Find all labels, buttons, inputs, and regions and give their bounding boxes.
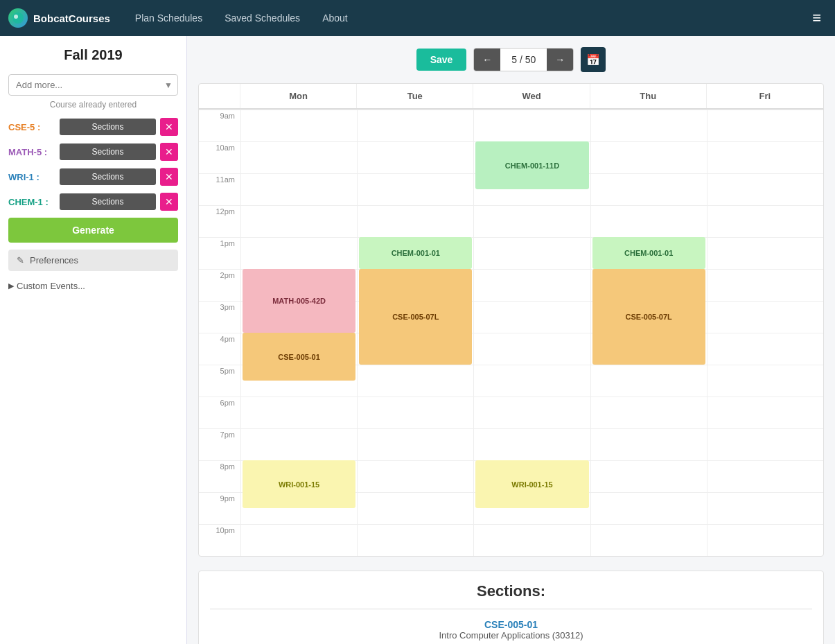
- day-bg-row: [358, 365, 473, 397]
- time-label: 11am: [199, 173, 240, 205]
- edit-icon: ✎: [17, 255, 24, 266]
- header-mon: Mon: [240, 84, 357, 108]
- remove-button-wri[interactable]: ✕: [160, 168, 178, 186]
- calendar-event[interactable]: WRI-001-15: [243, 460, 355, 508]
- svg-point-1: [14, 15, 18, 19]
- day-bg-row: [707, 460, 823, 492]
- brand-icon: [8, 8, 28, 28]
- day-bg-row: [591, 110, 707, 141]
- day-bg-row: [707, 301, 823, 333]
- brand-label: BobcatCourses: [33, 12, 110, 24]
- hamburger-menu[interactable]: ≡: [807, 6, 827, 30]
- section-name-cse: Intro Computer Applications (30312): [210, 630, 812, 641]
- calendar-header: Mon Tue Wed Thu Fri: [199, 84, 823, 110]
- nav-plan-schedules[interactable]: Plan Schedules: [124, 0, 213, 36]
- generate-button[interactable]: Generate: [8, 218, 178, 243]
- course-row-cse: CSE-5 : Sections ✕: [8, 118, 178, 136]
- day-bg-row: [474, 333, 590, 365]
- calendar-event[interactable]: CHEM-001-01: [592, 237, 705, 269]
- save-button[interactable]: Save: [416, 49, 467, 71]
- day-bg-row: [591, 397, 707, 428]
- course-row-wri: WRI-1 : Sections ✕: [8, 168, 178, 186]
- day-bg-row: [707, 173, 823, 205]
- day-col-wed: CHEM-001-11DWRI-001-15: [473, 110, 590, 556]
- day-bg-row: [358, 460, 473, 492]
- day-bg-row: [241, 141, 357, 173]
- day-col-thu: CHEM-001-01CSE-005-07L: [590, 110, 707, 556]
- nav-about[interactable]: About: [311, 0, 359, 36]
- time-label: 2pm: [199, 269, 240, 301]
- day-bg-row: [358, 205, 473, 237]
- svg-point-0: [12, 12, 24, 24]
- day-bg-row: [707, 333, 823, 365]
- brand[interactable]: BobcatCourses: [8, 8, 110, 28]
- calendar-icon: 📅: [586, 53, 600, 67]
- time-label: 12pm: [199, 205, 240, 237]
- day-bg-row: [358, 173, 473, 205]
- sections-area: Sections: CSE-005-01 Intro Computer Appl…: [198, 571, 824, 644]
- day-bg-row: [707, 365, 823, 397]
- sections-button-wri[interactable]: Sections: [60, 168, 156, 185]
- day-bg-row: [707, 110, 823, 141]
- time-label: 4pm: [199, 333, 240, 365]
- sections-button-cse[interactable]: Sections: [60, 119, 156, 135]
- nav-saved-schedules[interactable]: Saved Schedules: [213, 0, 311, 36]
- day-bg-row: [707, 397, 823, 428]
- day-bg-row: [358, 141, 473, 173]
- remove-button-math[interactable]: ✕: [160, 143, 178, 161]
- navbar: BobcatCourses Plan Schedules Saved Sched…: [0, 0, 835, 36]
- calendar-event[interactable]: CSE-005-07L: [592, 269, 705, 365]
- day-bg-row: [707, 428, 823, 460]
- time-label: 10pm: [199, 524, 240, 556]
- main-container: Fall 2019 ▼ Course already entered CSE-5…: [0, 36, 835, 644]
- sections-title: Sections:: [210, 582, 812, 600]
- calendar-event[interactable]: CHEM-001-01: [359, 237, 472, 269]
- chevron-right-icon: ▶: [8, 281, 14, 290]
- next-schedule-button[interactable]: →: [547, 49, 573, 71]
- course-label-cse: CSE-5 :: [8, 122, 55, 132]
- header-wed: Wed: [473, 84, 590, 108]
- course-hint: Course already entered: [8, 100, 178, 110]
- day-bg-row: [474, 301, 590, 333]
- custom-events-label: Custom Events...: [17, 281, 85, 291]
- day-bg-row: [241, 173, 357, 205]
- remove-button-cse[interactable]: ✕: [160, 118, 178, 136]
- course-row-chem: CHEM-1 : Sections ✕: [8, 193, 178, 211]
- add-more-input[interactable]: [8, 74, 178, 96]
- time-label: 3pm: [199, 301, 240, 333]
- calendar-event[interactable]: CSE-005-01: [243, 333, 355, 381]
- day-bg-row: [707, 237, 823, 269]
- calendar-event[interactable]: CSE-005-07L: [359, 269, 472, 365]
- sidebar: Fall 2019 ▼ Course already entered CSE-5…: [0, 36, 187, 644]
- remove-button-chem[interactable]: ✕: [160, 193, 178, 211]
- day-bg-row: [474, 397, 590, 428]
- calendar-event[interactable]: MATH-005-42D: [243, 269, 355, 333]
- calendar-event[interactable]: WRI-001-15: [475, 460, 588, 508]
- dropdown-arrow-icon: ▼: [164, 80, 173, 90]
- sections-button-chem[interactable]: Sections: [60, 193, 156, 210]
- day-bg-row: [474, 110, 590, 141]
- course-label-wri: WRI-1 :: [8, 172, 55, 182]
- time-label: 1pm: [199, 237, 240, 269]
- day-bg-row: [591, 428, 707, 460]
- day-col-fri: [707, 110, 823, 556]
- custom-events[interactable]: ▶ Custom Events...: [8, 281, 178, 291]
- time-label: 5pm: [199, 365, 240, 397]
- day-bg-row: [591, 141, 707, 173]
- day-bg-row: [707, 141, 823, 173]
- section-item-cse: CSE-005-01 Intro Computer Applications (…: [210, 615, 812, 644]
- schedule-nav-controls: ← 5 / 50 →: [473, 48, 574, 71]
- day-bg-row: [358, 524, 473, 556]
- day-bg-row: [474, 237, 590, 269]
- time-column: 9am10am11am12pm1pm2pm3pm4pm5pm6pm7pm8pm9…: [199, 110, 240, 556]
- calendar-event[interactable]: CHEM-001-11D: [475, 141, 588, 189]
- add-more-wrapper: ▼: [8, 74, 178, 96]
- calendar-view-button[interactable]: 📅: [581, 47, 606, 72]
- day-bg-row: [358, 397, 473, 428]
- day-bg-row: [474, 428, 590, 460]
- day-col-mon: MATH-005-42DCSE-005-01WRI-001-15: [240, 110, 357, 556]
- sections-button-math[interactable]: Sections: [60, 143, 156, 160]
- preferences-button[interactable]: ✎ Preferences: [8, 250, 178, 271]
- day-bg-row: [241, 237, 357, 269]
- prev-schedule-button[interactable]: ←: [474, 49, 500, 71]
